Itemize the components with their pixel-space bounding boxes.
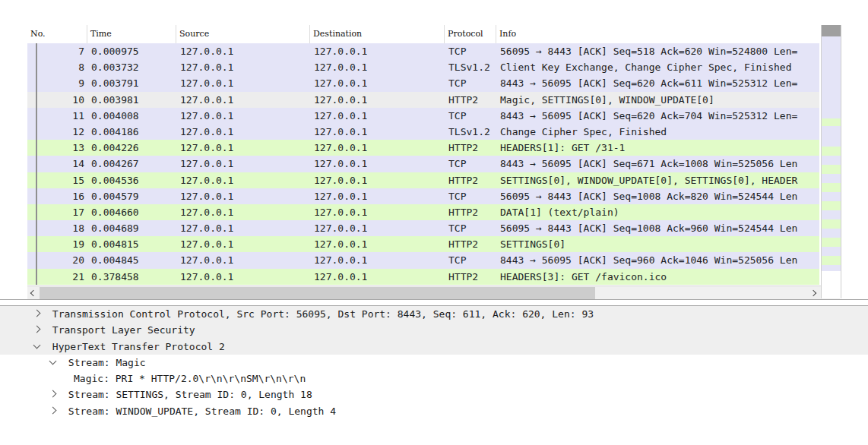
- detail-tree-row[interactable]: Stream: SETTINGS, Stream ID: 0, Length 1…: [0, 387, 868, 402]
- horizontal-scrollbar[interactable]: [27, 286, 840, 300]
- cell-source: 127.0.0.1: [176, 269, 310, 285]
- cell-destination: 127.0.0.1: [310, 172, 445, 188]
- cell-time: 0.003732: [87, 59, 176, 75]
- cell-time: 0.000975: [87, 43, 176, 59]
- detail-tree-row[interactable]: Stream: Magic: [0, 355, 868, 371]
- expand-chevron-icon[interactable]: [49, 390, 57, 398]
- expand-chevron-icon[interactable]: [49, 357, 57, 365]
- packet-row[interactable]: 19 0.004815 127.0.0.1 127.0.0.1 HTTP2 SE…: [27, 236, 819, 252]
- scroll-left-button[interactable]: [27, 286, 40, 300]
- column-header-row: No. Time Source Destination Protocol Inf…: [27, 25, 819, 43]
- detail-tree-label: Transport Layer Security: [52, 324, 195, 336]
- minimap-stripe: [822, 174, 841, 183]
- detail-tree-row[interactable]: HyperText Transfer Protocol 2: [0, 339, 868, 355]
- cell-info: 8443 → 56095 [ACK] Seq=620 Ack=611 Win=5…: [496, 75, 819, 91]
- column-header-destination[interactable]: Destination: [310, 25, 445, 43]
- packet-row[interactable]: 9 0.003791 127.0.0.1 127.0.0.1 TCP 8443 …: [27, 75, 819, 91]
- expand-chevron-icon[interactable]: [33, 341, 41, 349]
- cell-time: 0.378458: [87, 269, 176, 285]
- packet-row[interactable]: 18 0.004689 127.0.0.1 127.0.0.1 TCP 5609…: [27, 220, 819, 236]
- expand-chevron-icon[interactable]: [33, 326, 41, 333]
- packet-row[interactable]: 13 0.004226 127.0.0.1 127.0.0.1 HTTP2 HE…: [27, 140, 819, 156]
- cell-info: 8443 → 56095 [ACK] Seq=960 Ack=1046 Win=…: [496, 252, 819, 268]
- packet-list-pane: No. Time Source Destination Protocol Inf…: [27, 25, 840, 299]
- detail-tree-row[interactable]: Transmission Control Protocol, Src Port:…: [0, 306, 868, 322]
- cell-protocol: HTTP2: [445, 172, 496, 188]
- cell-destination: 127.0.0.1: [310, 140, 445, 156]
- wireshark-window: No. Time Source Destination Protocol Inf…: [0, 0, 868, 445]
- packet-row[interactable]: 21 0.378458 127.0.0.1 127.0.0.1 HTTP2 HE…: [27, 269, 819, 285]
- cell-source: 127.0.0.1: [176, 124, 310, 140]
- horizontal-scrollbar-thumb[interactable]: [40, 287, 595, 299]
- cell-info: SETTINGS[0], WINDOW_UPDATE[0], SETTINGS[…: [496, 172, 819, 188]
- packet-row[interactable]: 7 0.000975 127.0.0.1 127.0.0.1 TCP 56095…: [27, 43, 819, 59]
- pane-splitter[interactable]: [0, 299, 868, 306]
- packet-row[interactable]: 20 0.004845 127.0.0.1 127.0.0.1 TCP 8443…: [27, 252, 819, 268]
- cell-protocol: TLSv1.2: [445, 124, 496, 140]
- cell-source: 127.0.0.1: [176, 156, 310, 172]
- cell-destination: 127.0.0.1: [310, 204, 445, 220]
- detail-tree-row[interactable]: Magic: PRI * HTTP/2.0\r\n\r\nSM\r\n\r\n: [0, 371, 868, 387]
- packet-row[interactable]: 10 0.003981 127.0.0.1 127.0.0.1 HTTP2 Ma…: [27, 92, 819, 108]
- column-header-time[interactable]: Time: [87, 25, 176, 43]
- cell-destination: 127.0.0.1: [310, 220, 445, 236]
- cell-info: 8443 → 56095 [ACK] Seq=620 Ack=704 Win=5…: [496, 108, 819, 124]
- cell-protocol: TCP: [445, 156, 496, 172]
- cell-info: Magic, SETTINGS[0], WINDOW_UPDATE[0]: [496, 92, 819, 108]
- minimap-stripe: [822, 165, 841, 174]
- cell-source: 127.0.0.1: [176, 75, 310, 91]
- cell-source: 127.0.0.1: [176, 252, 310, 268]
- packet-row[interactable]: 11 0.004008 127.0.0.1 127.0.0.1 TCP 8443…: [27, 108, 819, 124]
- expand-chevron-icon[interactable]: [33, 310, 41, 317]
- minimap-stripe: [822, 229, 841, 238]
- vertical-scrollbar-thumb[interactable]: [822, 25, 841, 36]
- packet-row[interactable]: 16 0.004579 127.0.0.1 127.0.0.1 TCP 5609…: [27, 188, 819, 204]
- column-header-source[interactable]: Source: [176, 25, 310, 43]
- cell-info: HEADERS[1]: GET /31-1: [496, 140, 819, 156]
- cell-protocol: TCP: [445, 252, 496, 268]
- vertical-scrollbar-minimap[interactable]: [821, 25, 841, 298]
- cell-source: 127.0.0.1: [176, 204, 310, 220]
- cell-protocol: TCP: [445, 108, 496, 124]
- detail-tree-row[interactable]: Transport Layer Security: [0, 322, 868, 338]
- cell-protocol: TCP: [445, 220, 496, 236]
- cell-source: 127.0.0.1: [176, 140, 310, 156]
- expand-chevron-icon[interactable]: [49, 406, 57, 414]
- minimap-stripe: [822, 36, 841, 118]
- minimap-stripe: [822, 118, 841, 126]
- chevron-right-icon: [810, 290, 816, 296]
- packet-row[interactable]: 14 0.004267 127.0.0.1 127.0.0.1 TCP 8443…: [27, 156, 819, 172]
- cell-time: 0.004579: [87, 188, 176, 204]
- detail-tree-label: Stream: Magic: [68, 357, 146, 368]
- detail-tree-label: Stream: SETTINGS, Stream ID: 0, Length 1…: [68, 389, 312, 400]
- minimap-stripe: [822, 192, 841, 201]
- minimap-stripe: [822, 238, 841, 247]
- column-header-info[interactable]: Info: [496, 25, 819, 43]
- packet-row[interactable]: 15 0.004536 127.0.0.1 127.0.0.1 HTTP2 SE…: [27, 172, 819, 188]
- detail-tree-label: Transmission Control Protocol, Src Port:…: [52, 308, 594, 320]
- minimap-stripe: [822, 210, 841, 219]
- cell-time: 0.003791: [87, 75, 176, 91]
- cell-time: 0.004008: [87, 108, 176, 124]
- cell-protocol: TCP: [445, 188, 496, 204]
- cell-time: 0.004660: [87, 204, 176, 220]
- cell-time: 0.004815: [87, 236, 176, 252]
- column-header-protocol[interactable]: Protocol: [445, 25, 496, 43]
- detail-tree-row[interactable]: Stream: WINDOW_UPDATE, Stream ID: 0, Len…: [0, 403, 868, 419]
- cell-time: 0.004186: [87, 124, 176, 140]
- packet-row[interactable]: 12 0.004186 127.0.0.1 127.0.0.1 TLSv1.2 …: [27, 124, 819, 140]
- cell-protocol: TLSv1.2: [445, 59, 496, 75]
- minimap-stripes: [822, 36, 841, 271]
- minimap-stripe: [822, 256, 841, 265]
- cell-info: 8443 → 56095 [ACK] Seq=671 Ack=1008 Win=…: [496, 156, 819, 172]
- packet-row[interactable]: 8 0.003732 127.0.0.1 127.0.0.1 TLSv1.2 C…: [27, 59, 819, 75]
- packet-row[interactable]: 17 0.004660 127.0.0.1 127.0.0.1 HTTP2 DA…: [27, 204, 819, 220]
- minimap-stripe: [822, 265, 841, 271]
- cell-protocol: HTTP2: [445, 204, 496, 220]
- cell-source: 127.0.0.1: [176, 220, 310, 236]
- scroll-right-button[interactable]: [807, 286, 819, 300]
- cell-destination: 127.0.0.1: [310, 75, 445, 91]
- cell-time: 0.003981: [87, 92, 176, 108]
- cell-protocol: HTTP2: [445, 236, 496, 252]
- column-header-no[interactable]: No.: [27, 25, 87, 43]
